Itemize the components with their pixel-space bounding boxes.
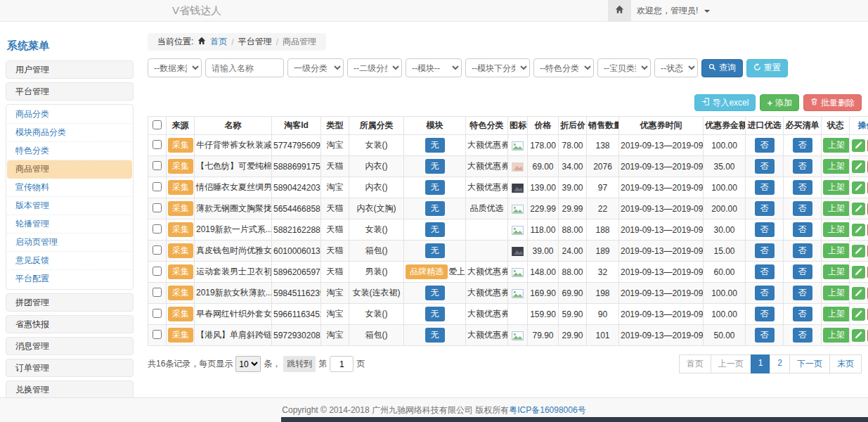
row-checkbox[interactable]: [153, 309, 162, 318]
filter-select-7[interactable]: --宝贝类型--: [597, 58, 651, 77]
filter-select-4[interactable]: --模块--: [406, 58, 462, 77]
row-checkbox[interactable]: [153, 140, 162, 149]
status-button[interactable]: 上架: [823, 222, 850, 237]
must-buy-flag-button[interactable]: 否: [793, 328, 812, 343]
filter-select-0[interactable]: --数据来源--: [148, 58, 202, 77]
home-icon: [615, 5, 624, 16]
must-buy-flag-button[interactable]: 否: [793, 138, 812, 153]
sidebar-item-省惠快报[interactable]: 省惠快报: [6, 315, 134, 333]
row-checkbox[interactable]: [153, 182, 162, 191]
reset-button[interactable]: 重置: [746, 59, 788, 77]
pager-button-末页[interactable]: 末页: [829, 354, 862, 373]
import-flag-button[interactable]: 否: [755, 264, 775, 279]
filter-select-8[interactable]: --状态--: [654, 58, 698, 77]
sidebar-subitem-意见反馈[interactable]: 意见反馈: [7, 252, 132, 270]
sidebar-item-兑换管理[interactable]: 兑换管理: [6, 381, 134, 399]
icp-link[interactable]: 粤ICP备16098006号: [509, 404, 585, 416]
import-flag-button[interactable]: 否: [755, 243, 775, 258]
import-flag-button[interactable]: 否: [755, 328, 775, 343]
import-flag-button[interactable]: 否: [755, 286, 775, 300]
batch-delete-button[interactable]: 批量删除: [803, 94, 862, 111]
must-buy-flag-button[interactable]: 否: [793, 307, 812, 321]
pager-button-上一页[interactable]: 上一页: [711, 354, 751, 373]
sidebar-subitem-启动页管理[interactable]: 启动页管理: [7, 234, 132, 252]
discount-price: 88.00: [559, 262, 587, 283]
import-flag-button[interactable]: 否: [755, 222, 775, 237]
edit-button[interactable]: [852, 329, 865, 342]
row-checkbox[interactable]: [153, 203, 162, 212]
row-checkbox[interactable]: [153, 161, 162, 170]
must-buy-flag-button[interactable]: 否: [793, 264, 812, 279]
status-button[interactable]: 上架: [823, 201, 850, 216]
sidebar-item-用户管理[interactable]: 用户管理: [6, 60, 134, 79]
edit-button[interactable]: [852, 245, 865, 257]
status-button[interactable]: 上架: [823, 328, 850, 343]
status-button[interactable]: 上架: [823, 307, 850, 321]
sidebar-subitem-版本管理[interactable]: 版本管理: [7, 197, 132, 215]
query-button[interactable]: 查询: [701, 59, 743, 77]
sidebar-subitem-特色分类[interactable]: 特色分类: [7, 142, 132, 160]
import-flag-button[interactable]: 否: [755, 201, 775, 216]
pager-button-下一页[interactable]: 下一页: [789, 354, 830, 373]
edit-button[interactable]: [852, 308, 865, 321]
sidebar-subitem-宣传物料[interactable]: 宣传物料: [7, 179, 132, 197]
row-checkbox[interactable]: [153, 224, 162, 234]
status-button[interactable]: 上架: [823, 180, 850, 195]
pager-button-2[interactable]: 2: [770, 354, 790, 373]
status-button[interactable]: 上架: [823, 264, 850, 279]
edit-button[interactable]: [852, 224, 865, 236]
sidebar-subitem-平台配置[interactable]: 平台配置: [7, 270, 132, 288]
import-flag-button[interactable]: 否: [755, 180, 775, 195]
edit-button[interactable]: [852, 266, 865, 279]
filter-select-5[interactable]: --模块下分类--: [465, 58, 530, 77]
must-buy-flag-button[interactable]: 否: [793, 201, 812, 216]
status-button[interactable]: 上架: [823, 243, 850, 258]
name-search-input[interactable]: [205, 58, 284, 77]
must-buy-flag-button[interactable]: 否: [793, 286, 812, 300]
status-button[interactable]: 上架: [823, 138, 850, 153]
import-flag-button[interactable]: 否: [755, 307, 775, 321]
status-button[interactable]: 上架: [823, 159, 850, 174]
coupon-amount: 35.00: [704, 156, 746, 177]
row-checkbox[interactable]: [153, 330, 162, 339]
filter-select-2[interactable]: 一级分类: [287, 58, 344, 77]
must-buy-flag-button[interactable]: 否: [793, 180, 812, 195]
import-flag-button[interactable]: 否: [755, 138, 775, 153]
pager-button-首页[interactable]: 首页: [679, 354, 711, 373]
taoke-id: 577479560965: [272, 135, 321, 156]
edit-button[interactable]: [852, 139, 865, 152]
sidebar-item-消息管理[interactable]: 消息管理: [6, 337, 134, 355]
sidebar-item-订单管理[interactable]: 订单管理: [6, 359, 134, 377]
select-all-checkbox[interactable]: [153, 120, 162, 129]
edit-button[interactable]: [852, 203, 865, 215]
must-buy-flag-button[interactable]: 否: [793, 159, 812, 174]
row-checkbox[interactable]: [153, 267, 162, 276]
pager-button-1[interactable]: 1: [751, 354, 771, 373]
must-buy-flag-button[interactable]: 否: [793, 222, 812, 237]
sidebar-subitem-轮播管理[interactable]: 轮播管理: [7, 215, 132, 234]
sidebar-subitem-商品分类[interactable]: 商品分类: [7, 106, 132, 124]
page-jump-input[interactable]: [330, 356, 354, 372]
edit-button[interactable]: [852, 287, 865, 300]
user-menu[interactable]: 欢迎您，管理员!: [637, 0, 710, 21]
status-button[interactable]: 上架: [823, 286, 850, 300]
filter-select-3[interactable]: --二级分类--: [347, 58, 402, 77]
sidebar-subitem-模块商品分类[interactable]: 模块商品分类: [7, 124, 132, 142]
jump-button[interactable]: 跳转到: [283, 356, 316, 372]
sidebar-subitem-商品管理[interactable]: 商品管理: [7, 160, 132, 179]
row-checkbox[interactable]: [153, 245, 162, 255]
import-flag-button[interactable]: 否: [755, 159, 775, 174]
add-button[interactable]: + 添加: [760, 94, 799, 111]
import-excel-button[interactable]: 导入excel: [694, 94, 756, 111]
filter-select-6[interactable]: --特色分类--: [533, 58, 594, 77]
edit-button[interactable]: [852, 181, 865, 194]
must-buy-flag-button[interactable]: 否: [793, 243, 812, 258]
sidebar-item-拼团管理[interactable]: 拼团管理: [6, 293, 134, 312]
sidebar-item-平台管理[interactable]: 平台管理: [6, 82, 134, 101]
per-page-select[interactable]: 10: [235, 356, 261, 372]
row-checkbox[interactable]: [153, 288, 162, 297]
coupon-amount: 30.00: [704, 219, 746, 241]
breadcrumb-home[interactable]: 首页: [210, 36, 227, 48]
edit-button[interactable]: [852, 160, 865, 173]
home-button[interactable]: [608, 0, 631, 21]
